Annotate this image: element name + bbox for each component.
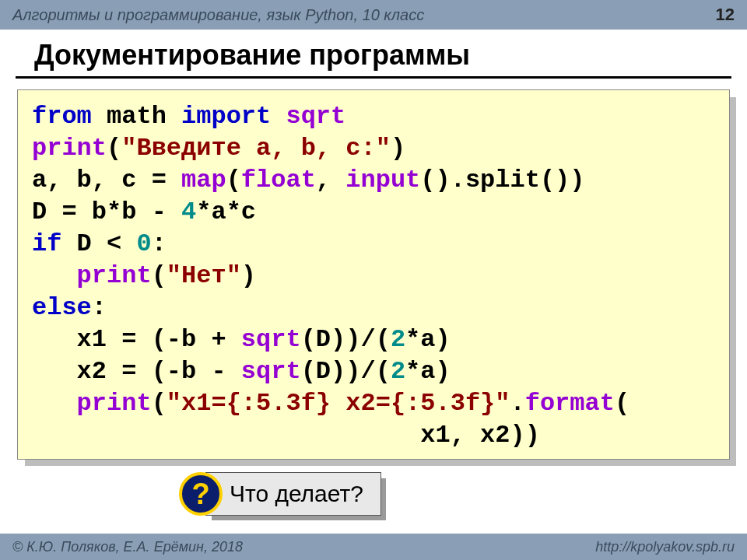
- kw-if: if: [32, 229, 61, 258]
- code-text: ,: [316, 166, 345, 194]
- code-text: x2 = (-b -: [77, 357, 241, 386]
- footer-url: http://kpolyakov.spb.ru: [595, 539, 735, 555]
- num-literal: 2: [391, 325, 405, 354]
- fn-input: input: [345, 166, 420, 194]
- code-text: (: [152, 261, 167, 290]
- code-text: (: [107, 134, 121, 163]
- fn-sqrt: sqrt: [271, 102, 345, 131]
- code-text: (D))/(: [301, 357, 391, 386]
- str-literal: "x1={:5.3f} x2={:5.3f}": [167, 389, 510, 418]
- code-text: (: [152, 389, 167, 418]
- code-text: *a): [405, 325, 451, 354]
- callout-box: Что делает?: [205, 472, 381, 516]
- code-text: [32, 325, 77, 354]
- code-text: ): [241, 261, 256, 290]
- code-text: (: [615, 389, 630, 418]
- num-literal: 0: [136, 229, 151, 258]
- slide-header: Алгоритмы и программирование, язык Pytho…: [0, 0, 747, 30]
- question-mark: ?: [191, 478, 209, 511]
- fn-print: print: [77, 389, 152, 418]
- slide-title: Документирование программы: [16, 30, 731, 79]
- num-literal: 2: [391, 357, 405, 386]
- callout-box-wrap: Что делает?: [205, 472, 381, 516]
- code-text: a, b, c =: [32, 166, 181, 194]
- code-text: [32, 389, 77, 418]
- code-text: *a): [405, 357, 451, 386]
- str-literal: "Введите a, b, c:": [121, 134, 391, 163]
- fn-map: map: [181, 166, 226, 194]
- code-text: *a*c: [196, 198, 256, 226]
- code-text: [32, 421, 420, 450]
- callout-text: Что делает?: [230, 481, 363, 506]
- code-text: D = b*b -: [32, 198, 181, 226]
- slide-footer: © К.Ю. Поляков, Е.А. Ерёмин, 2018 http:/…: [0, 534, 747, 560]
- kw-import: import: [181, 102, 271, 131]
- fn-print: print: [32, 134, 107, 163]
- code-text: D <: [61, 229, 136, 258]
- code-text: math: [92, 102, 181, 131]
- code-text: x1, x2)): [420, 421, 540, 450]
- kw-else: else: [32, 293, 92, 322]
- fn-print: print: [77, 261, 152, 290]
- course-label: Алгоритмы и программирование, язык Pytho…: [12, 6, 424, 24]
- code-text: [32, 357, 77, 386]
- code-text: :: [152, 229, 167, 258]
- page-number: 12: [716, 5, 735, 25]
- code-block: from math import sqrt print("Введите a, …: [17, 89, 730, 460]
- code-text: ): [391, 134, 405, 163]
- callout-row: ? Что делает?: [179, 472, 747, 516]
- code-text: :: [92, 293, 107, 322]
- footer-author: © К.Ю. Поляков, Е.А. Ерёмин, 2018: [12, 539, 243, 555]
- code-text: x1 = (-b +: [77, 325, 241, 354]
- fn-sqrt: sqrt: [241, 325, 301, 354]
- code-text: .: [510, 389, 525, 418]
- fn-sqrt: sqrt: [241, 357, 301, 386]
- fn-float: float: [241, 166, 316, 194]
- code-block-wrap: from math import sqrt print("Введите a, …: [17, 89, 730, 460]
- code-text: (: [226, 166, 241, 194]
- code-text: (D))/(: [301, 325, 391, 354]
- num-literal: 4: [181, 198, 196, 226]
- code-text: ().split()): [420, 166, 584, 194]
- kw-from: from: [32, 102, 92, 131]
- fn-format: format: [525, 389, 615, 418]
- code-text: [32, 261, 77, 290]
- str-literal: "Нет": [167, 261, 241, 290]
